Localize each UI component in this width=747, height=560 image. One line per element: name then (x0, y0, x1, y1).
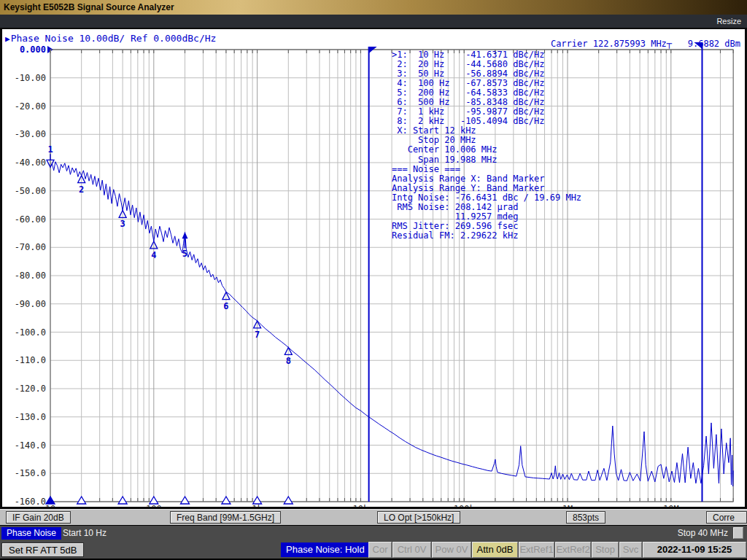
tab-phase-noise[interactable]: Phase Noise (1, 527, 61, 540)
trace-select-arrow-icon: ▶ (5, 34, 10, 44)
plot-grid: 0.000-10.00-20.00-30.00-40.00-50.00-60.0… (15, 44, 734, 507)
svg-text:-130.0: -130.0 (15, 412, 46, 422)
measurement-settings-bar: IF Gain 20dB Freq Band [99M-1.5GHz] LO O… (0, 509, 747, 525)
svg-text:-80.00: -80.00 (15, 271, 46, 281)
svg-text:-20.00: -20.00 (15, 101, 46, 112)
marker-7-axis-icon (253, 497, 262, 504)
status-cell-cor: Cor (368, 542, 392, 558)
sweep-mode-indicator[interactable]: Phase Noise: Hold (281, 542, 370, 557)
status-cell-attn: Attn 0dB (472, 542, 518, 558)
carrier-readout: Carrier 122.875993 MHz┬ 9.6882 dBm (551, 39, 740, 49)
svg-text:-160.0: -160.0 (15, 497, 46, 507)
freq-band-button[interactable]: Freq Band [99M-1.5GHz] (170, 511, 281, 524)
status-cell-stop: Stop (592, 542, 619, 558)
svg-text:-10.00: -10.00 (15, 73, 46, 83)
svg-text:5: 5 (182, 249, 187, 259)
resize-button[interactable]: Resize (716, 16, 741, 26)
svg-text:100k: 100k (454, 504, 476, 507)
status-cell-pow: Pow 0V (432, 542, 471, 558)
points-button[interactable]: 853pts (566, 511, 605, 524)
svg-text:4: 4 (151, 250, 156, 260)
status-cell-extref2: ExtRef2 (555, 542, 591, 558)
svg-text:6: 6 (223, 301, 228, 311)
svg-text:-70.00: -70.00 (15, 242, 46, 252)
svg-text:-40.00: -40.00 (15, 158, 46, 168)
svg-text:-30.00: -30.00 (15, 129, 46, 139)
status-cell-datetime: 2022-11-09 15:25 (643, 542, 746, 558)
marker-5-icon (182, 232, 187, 238)
status-cell-extref1: ExtRef1 (519, 542, 554, 558)
svg-text:-60.00: -60.00 (15, 214, 46, 225)
sweep-start-readout: Start 10 Hz (63, 527, 107, 540)
svg-text:7: 7 (255, 330, 260, 340)
lo-opt-button[interactable]: LO Opt [>150kHz] (377, 511, 460, 524)
trace-markers[interactable]: 12345678 (46, 144, 293, 504)
phase-noise-measurement-window: 0.000-10.00-20.00-30.00-40.00-50.00-60.0… (0, 28, 747, 508)
marker-3-axis-icon (118, 497, 127, 504)
menu-bar: Resize (0, 15, 747, 28)
status-cell-svc: Svc (619, 542, 642, 558)
window-title-bar: Keysight E5052B Signal Source Analyzer (0, 0, 747, 15)
svg-text:10k: 10k (353, 504, 369, 507)
phase-noise-plot[interactable]: 0.000-10.00-20.00-30.00-40.00-50.00-60.0… (2, 29, 745, 507)
system-status-bar: Set RF ATT 5dB Phase Noise: Hold Cor Ctr… (0, 541, 747, 560)
svg-text:-140.0: -140.0 (15, 440, 46, 451)
svg-text:1M: 1M (562, 504, 573, 507)
trace-status-bar: Phase Noise Start 10 Hz Stop 40 MHz (0, 526, 747, 541)
marker-5-axis-icon (180, 497, 189, 504)
instrument-screen: Keysight E5052B Signal Source Analyzer R… (0, 0, 747, 560)
marker-6-axis-icon (222, 497, 231, 504)
svg-text:-90.00: -90.00 (15, 299, 46, 309)
marker-2-axis-icon (77, 497, 86, 504)
svg-text:-120.0: -120.0 (15, 384, 46, 394)
svg-text:-150.0: -150.0 (15, 468, 46, 478)
marker-1-axis-icon (46, 497, 55, 504)
svg-text:1: 1 (47, 144, 53, 155)
correlation-button[interactable]: Corre 5 (706, 511, 747, 524)
trace-scale-label: ▶Phase Noise 10.00dB/ Ref 0.000dBc/Hz (5, 33, 216, 44)
svg-text:-50.00: -50.00 (15, 186, 46, 196)
if-gain-button[interactable]: IF Gain 20dB (6, 511, 71, 524)
svg-text:3: 3 (120, 219, 125, 229)
svg-text:2: 2 (79, 184, 84, 195)
svg-text:-100.0: -100.0 (15, 327, 46, 338)
marker-4-axis-icon (150, 497, 158, 504)
sweep-stop-readout: Stop 40 MHz (678, 527, 728, 540)
window-title: Keysight E5052B Signal Source Analyzer (4, 2, 174, 12)
status-indicator-cells: Cor Ctrl 0V Pow 0V Attn 0dB ExtRef1 ExtR… (368, 542, 746, 558)
svg-text:10M: 10M (663, 504, 679, 507)
marker-8-axis-icon (284, 497, 293, 504)
svg-text:-110.0: -110.0 (15, 355, 46, 365)
svg-text:0.000: 0.000 (20, 44, 46, 55)
marker-noise-readout: >1: 10 Hz -41.6371 dBc/Hz 2: 20 Hz -44.5… (392, 50, 581, 241)
status-cell-ctrl: Ctrl 0V (392, 542, 431, 558)
svg-text:8: 8 (286, 356, 291, 366)
status-bar-resize-stub[interactable] (733, 527, 743, 539)
set-rf-att-button[interactable]: Set RF ATT 5dB (1, 542, 84, 557)
